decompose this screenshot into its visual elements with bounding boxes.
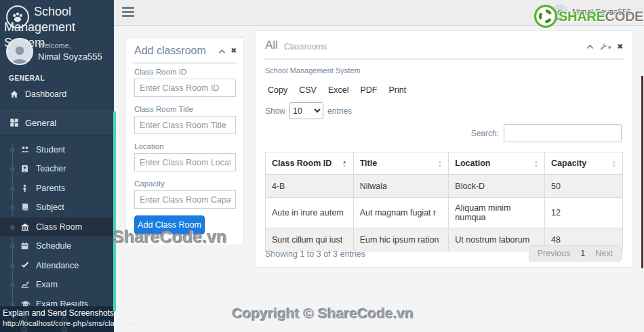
- sharecode-logo-icon: [534, 5, 557, 28]
- copy-button[interactable]: Copy: [268, 85, 287, 95]
- bullet-dot: [10, 264, 15, 268]
- calendar-icon: [20, 241, 29, 251]
- book-icon: [20, 203, 30, 211]
- entries-select[interactable]: 10: [289, 102, 323, 119]
- sidebar-item-label: Parents: [36, 184, 65, 193]
- cell-location: Block-D: [449, 175, 545, 198]
- pagination: Previous 1 Next: [529, 245, 622, 262]
- bullet-dot: [10, 205, 15, 210]
- bank-icon: [20, 222, 30, 232]
- sidebar-item-attendance[interactable]: Attendance: [0, 256, 114, 275]
- sidebar-footer: Explain and Send Screenshots http://loca…: [0, 306, 114, 332]
- classroom-id-input[interactable]: [134, 79, 236, 97]
- bullet-dot: [10, 244, 15, 249]
- sidebar-item-label: Subject: [36, 203, 64, 212]
- previous-page-button[interactable]: Previous: [538, 249, 571, 258]
- print-button[interactable]: Print: [388, 85, 406, 95]
- panel-subtitle-inline: Classrooms: [284, 42, 327, 51]
- sidebar-scrollbar[interactable]: [113, 111, 116, 312]
- sort-icon: [611, 160, 616, 167]
- sidebar-item-teacher[interactable]: Teacher: [0, 159, 114, 178]
- classrooms-panel: All Classrooms School Management System …: [255, 30, 633, 268]
- sidebar-item-classroom[interactable]: Class Room: [0, 217, 114, 236]
- watermark-copyright: Copyright © ShareCode.vn: [233, 306, 414, 322]
- cell-classroom-id: 4-B: [266, 175, 354, 198]
- search-label: Search:: [471, 129, 499, 138]
- logo-text-code: CODE.vn: [605, 9, 644, 24]
- sidebar-item-student[interactable]: Student: [0, 140, 114, 159]
- field-label: Capacity: [134, 180, 165, 188]
- column-header-location[interactable]: Location: [449, 152, 545, 175]
- bullet-dot: [10, 167, 15, 171]
- sidebar-item-parents[interactable]: Parents: [0, 179, 114, 198]
- sidebar-item-exam[interactable]: Exam: [0, 275, 114, 294]
- bullet-dot: [10, 186, 15, 191]
- collapse-icon[interactable]: [218, 49, 225, 54]
- child-icon: [20, 184, 29, 193]
- home-icon: [9, 89, 19, 99]
- chevron-down-icon: [608, 41, 611, 51]
- table-row: Aute in irure autem Aut magnam fugiat r …: [266, 198, 623, 228]
- cell-title: Aut magnam fugiat r: [353, 198, 449, 228]
- pdf-button[interactable]: PDF: [360, 85, 377, 95]
- show-label: Show: [265, 106, 285, 116]
- right-edge-strip: [641, 76, 643, 268]
- sidebar-item-dashboard[interactable]: Dashboard: [0, 86, 114, 104]
- check-icon: [20, 261, 30, 269]
- bullet-dot: [10, 283, 15, 287]
- sidebar-username: Nimal Soyza555: [38, 51, 102, 62]
- column-header-capacity[interactable]: Capacity: [545, 152, 623, 175]
- table-caption: School Management System: [265, 66, 361, 75]
- column-header-title[interactable]: Title: [353, 152, 449, 175]
- settings-menu[interactable]: [599, 41, 611, 51]
- menu-toggle-icon[interactable]: [122, 7, 136, 18]
- next-page-button[interactable]: Next: [595, 249, 613, 258]
- cell-title: Eum hic ipsum ration: [353, 228, 449, 251]
- location-input[interactable]: [134, 153, 236, 171]
- bullet-dot: [10, 225, 15, 230]
- cell-classroom-id: Aute in irure autem: [266, 198, 354, 228]
- entries-label: entries: [327, 106, 352, 116]
- sidebar-item-label: Schedule: [36, 241, 71, 251]
- users-icon: [20, 145, 30, 154]
- close-icon[interactable]: [618, 43, 623, 50]
- sidebar-item-subject[interactable]: Subject: [0, 198, 114, 217]
- sort-icon: [534, 160, 538, 167]
- bullet-dot: [10, 148, 15, 152]
- export-buttons: Copy CSV Excel PDF Print: [268, 85, 406, 95]
- table-row: 4-B Nilwala Block-D 50: [266, 175, 623, 198]
- csv-button[interactable]: CSV: [299, 85, 317, 95]
- divider: [265, 58, 623, 60]
- sidebar-item-label: Attendance: [36, 261, 79, 270]
- collapse-icon[interactable]: [586, 44, 593, 49]
- classroom-title-input[interactable]: [134, 116, 236, 134]
- excel-button[interactable]: Excel: [328, 85, 349, 95]
- watermark-mid: ShareCode.vn: [113, 228, 227, 247]
- chevron-down-icon: [9, 119, 106, 125]
- classrooms-table: Class Room ID Title Location Capacity 4-…: [265, 152, 623, 251]
- field-label: Class Room Title: [134, 105, 193, 113]
- sidebar-item-label: Class Room: [36, 222, 82, 232]
- capacity-input[interactable]: [134, 190, 236, 209]
- sidebar: School Management System Welcome, Nimal …: [0, 0, 114, 332]
- sidebar-item-label: Student: [36, 145, 65, 154]
- panel-title: Add classroom: [134, 45, 206, 57]
- table-info: Showing 1 to 3 of 3 entries: [265, 249, 365, 259]
- page-1-button[interactable]: 1: [580, 249, 585, 258]
- close-icon[interactable]: [231, 47, 237, 54]
- table-header-row: Class Room ID Title Location Capacity: [266, 152, 623, 175]
- sort-icon: [342, 160, 347, 167]
- search-input[interactable]: [504, 124, 622, 142]
- sidebar-item-schedule[interactable]: Schedule: [0, 236, 114, 255]
- cell-location: Aliquam minim numqua: [449, 198, 545, 228]
- entries-control: Show 10 entries: [265, 102, 352, 119]
- sidebar-item-label: Exam: [36, 280, 58, 289]
- chart-line-icon: [20, 280, 30, 289]
- sidebar-item-general[interactable]: General: [0, 110, 114, 136]
- logo-text-share: SHARE: [559, 9, 605, 24]
- column-header-classroom-id[interactable]: Class Room ID: [266, 152, 354, 175]
- welcome-label: Welcome,: [38, 41, 71, 49]
- panel-title: All: [265, 39, 278, 52]
- section-label-general: GENERAL: [9, 75, 45, 82]
- field-label: Location: [134, 142, 163, 150]
